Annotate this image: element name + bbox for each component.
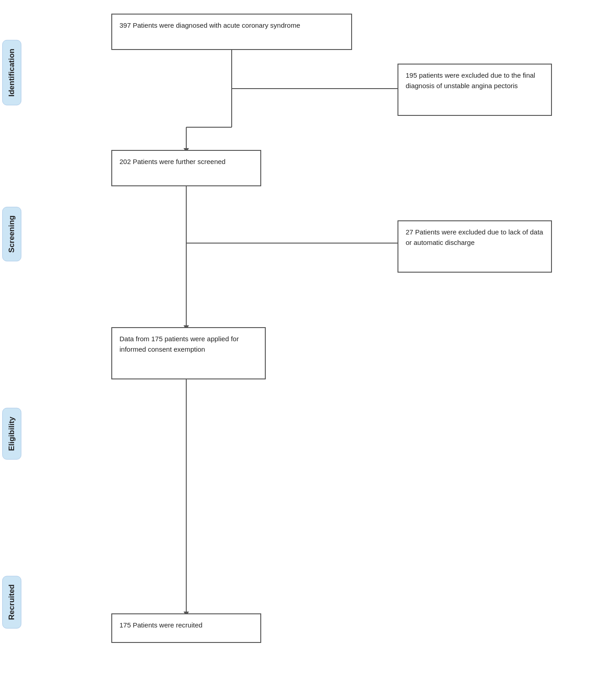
excluded-data-text: 27 Patients were excluded due to lack of… — [406, 228, 543, 246]
recruited-label: Recruited — [2, 576, 21, 628]
identification-label: Identification — [2, 40, 21, 105]
diagram-layout: Identification Screening Eligibility Rec… — [0, 0, 616, 677]
box-diagnosed: 397 Patients were diagnosed with acute c… — [111, 14, 352, 50]
box-excluded-angina: 195 patients were excluded due to the fi… — [397, 64, 552, 116]
stage-identification: Identification — [2, 14, 21, 132]
box-recruited: 175 Patients were recruited — [111, 613, 261, 643]
consent-text: Data from 175 patients were applied for … — [119, 335, 239, 353]
stage-eligibility: Eligibility — [2, 336, 21, 532]
stage-screening: Screening — [2, 141, 21, 327]
box-screened: 202 Patients were further screened — [111, 150, 261, 186]
screened-text: 202 Patients were further screened — [119, 158, 225, 165]
screening-label: Screening — [2, 207, 21, 261]
recruited-text: 175 Patients were recruited — [119, 621, 203, 629]
box-excluded-data: 27 Patients were excluded due to lack of… — [397, 220, 552, 273]
flow-canvas: 397 Patients were diagnosed with acute c… — [43, 0, 616, 677]
box-consent: Data from 175 patients were applied for … — [111, 327, 266, 379]
eligibility-label: Eligibility — [2, 408, 21, 460]
stage-recruited: Recruited — [2, 541, 21, 663]
excluded-angina-text: 195 patients were excluded due to the fi… — [406, 71, 535, 90]
diagnosed-text: 397 Patients were diagnosed with acute c… — [119, 21, 300, 29]
